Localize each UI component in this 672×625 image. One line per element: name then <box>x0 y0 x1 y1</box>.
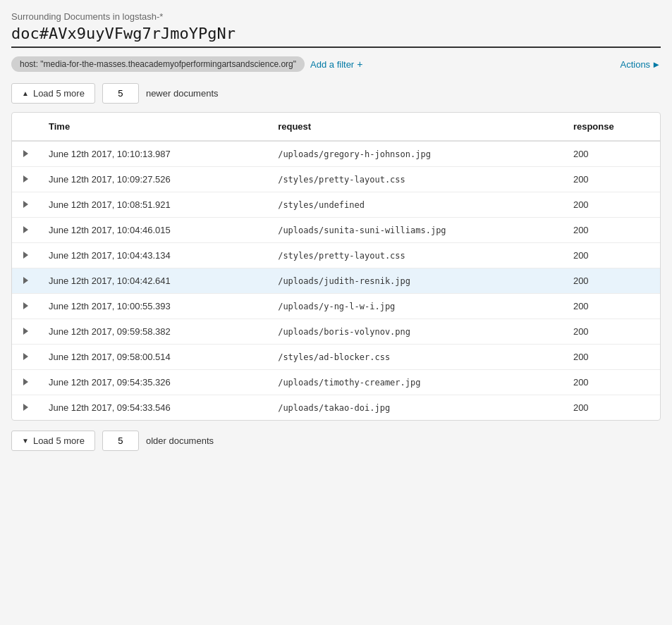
expand-cell[interactable] <box>12 218 37 243</box>
expand-icon[interactable] <box>23 378 28 385</box>
older-count-input[interactable] <box>102 431 139 451</box>
time-cell: June 12th 2017, 10:04:42.641 <box>37 268 267 294</box>
older-suffix: older documents <box>146 435 214 446</box>
response-cell: 200 <box>562 370 660 395</box>
response-cell: 200 <box>562 243 660 268</box>
expand-cell[interactable] <box>12 243 37 268</box>
expand-cell[interactable] <box>12 294 37 319</box>
time-cell: June 12th 2017, 10:00:55.393 <box>37 294 267 319</box>
response-cell: 200 <box>562 192 660 218</box>
time-cell: June 12th 2017, 10:09:27.526 <box>37 167 267 192</box>
expand-cell[interactable] <box>12 141 37 167</box>
request-cell: /uploads/gregory-h-johnson.jpg <box>267 141 562 167</box>
response-cell: 200 <box>562 345 660 370</box>
add-filter-button[interactable]: Add a filter + <box>310 58 362 70</box>
request-cell: /uploads/boris-volynov.png <box>267 319 562 345</box>
load-older-bar: ▼ Load 5 more older documents <box>11 431 661 451</box>
load-newer-label: Load 5 more <box>33 88 85 99</box>
filter-pill[interactable]: host: "media-for-the-masses.theacademyof… <box>11 56 305 72</box>
load-older-label: Load 5 more <box>33 435 85 446</box>
page-container: Surrounding Documents in logstash-* doc#… <box>11 11 661 451</box>
newer-count-input[interactable] <box>102 83 139 104</box>
expand-cell[interactable] <box>12 268 37 294</box>
expand-cell[interactable] <box>12 370 37 395</box>
response-cell: 200 <box>562 167 660 192</box>
table-row[interactable]: June 12th 2017, 10:10:13.987/uploads/gre… <box>12 141 660 167</box>
load-newer-button[interactable]: ▲ Load 5 more <box>11 83 95 104</box>
expand-icon[interactable] <box>23 404 28 411</box>
down-arrow-icon: ▼ <box>22 437 29 445</box>
actions-label: Actions <box>620 59 650 70</box>
expand-icon[interactable] <box>23 302 28 309</box>
time-cell: June 12th 2017, 09:58:00.514 <box>37 345 267 370</box>
response-cell: 200 <box>562 141 660 167</box>
expand-icon[interactable] <box>23 150 28 157</box>
request-col-header: request <box>267 113 562 141</box>
plus-icon: + <box>357 58 362 70</box>
expand-icon[interactable] <box>23 328 28 335</box>
response-cell: 200 <box>562 218 660 243</box>
table-header-row: Time request response <box>12 113 660 141</box>
request-cell: /styles/pretty-layout.css <box>267 167 562 192</box>
response-cell: 200 <box>562 395 660 421</box>
table-row[interactable]: June 12th 2017, 10:04:43.134/styles/pret… <box>12 243 660 268</box>
time-cell: June 12th 2017, 10:10:13.987 <box>37 141 267 167</box>
time-cell: June 12th 2017, 10:08:51.921 <box>37 192 267 218</box>
request-cell: /uploads/judith-resnik.jpg <box>267 268 562 294</box>
time-cell: June 12th 2017, 09:54:33.546 <box>37 395 267 421</box>
expand-icon[interactable] <box>23 277 28 284</box>
documents-table: Time request response June 12th 2017, 10… <box>12 113 660 420</box>
request-cell: /uploads/y-ng-l-w-i.jpg <box>267 294 562 319</box>
load-newer-bar: ▲ Load 5 more newer documents <box>11 83 661 104</box>
table-row[interactable]: June 12th 2017, 09:59:58.382/uploads/bor… <box>12 319 660 345</box>
table-row[interactable]: June 12th 2017, 09:54:33.546/uploads/tak… <box>12 395 660 421</box>
time-col-header: Time <box>37 113 267 141</box>
table-row[interactable]: June 12th 2017, 10:08:51.921/styles/unde… <box>12 192 660 218</box>
request-cell: /styles/undefined <box>267 192 562 218</box>
response-cell: 200 <box>562 268 660 294</box>
expand-icon[interactable] <box>23 353 28 360</box>
time-cell: June 12th 2017, 09:54:35.326 <box>37 370 267 395</box>
time-cell: June 12th 2017, 10:04:46.015 <box>37 218 267 243</box>
table-row[interactable]: June 12th 2017, 09:58:00.514/styles/ad-b… <box>12 345 660 370</box>
actions-chevron-icon: ► <box>652 59 661 70</box>
up-arrow-icon: ▲ <box>22 89 29 97</box>
request-cell: /uploads/sunita-suni-williams.jpg <box>267 218 562 243</box>
expand-cell[interactable] <box>12 192 37 218</box>
doc-id: doc#AVx9uyVFwg7rJmoYPgNr <box>11 25 661 48</box>
request-cell: /styles/pretty-layout.css <box>267 243 562 268</box>
table-row[interactable]: June 12th 2017, 10:09:27.526/styles/pret… <box>12 167 660 192</box>
time-cell: June 12th 2017, 10:04:43.134 <box>37 243 267 268</box>
request-cell: /uploads/timothy-creamer.jpg <box>267 370 562 395</box>
table-row[interactable]: June 12th 2017, 10:00:55.393/uploads/y-n… <box>12 294 660 319</box>
actions-button[interactable]: Actions ► <box>620 59 661 70</box>
expand-cell[interactable] <box>12 319 37 345</box>
filter-bar: host: "media-for-the-masses.theacademyof… <box>11 56 661 72</box>
expand-icon[interactable] <box>23 175 28 182</box>
load-older-button[interactable]: ▼ Load 5 more <box>11 431 95 451</box>
newer-suffix: newer documents <box>146 88 219 99</box>
table-row[interactable]: June 12th 2017, 10:04:42.641/uploads/jud… <box>12 268 660 294</box>
response-cell: 200 <box>562 319 660 345</box>
table-row[interactable]: June 12th 2017, 10:04:46.015/uploads/sun… <box>12 218 660 243</box>
expand-col-header <box>12 113 37 141</box>
table-row[interactable]: June 12th 2017, 09:54:35.326/uploads/tim… <box>12 370 660 395</box>
expand-icon[interactable] <box>23 252 28 259</box>
expand-cell[interactable] <box>12 345 37 370</box>
surrounding-title: Surrounding Documents in logstash-* <box>11 11 661 22</box>
request-cell: /uploads/takao-doi.jpg <box>267 395 562 421</box>
expand-icon[interactable] <box>23 201 28 208</box>
response-col-header: response <box>562 113 660 141</box>
response-cell: 200 <box>562 294 660 319</box>
documents-table-container: Time request response June 12th 2017, 10… <box>11 112 661 421</box>
add-filter-label: Add a filter <box>310 59 354 70</box>
expand-cell[interactable] <box>12 167 37 192</box>
request-cell: /styles/ad-blocker.css <box>267 345 562 370</box>
time-cell: June 12th 2017, 09:59:58.382 <box>37 319 267 345</box>
filter-left: host: "media-for-the-masses.theacademyof… <box>11 56 362 72</box>
expand-cell[interactable] <box>12 395 37 421</box>
expand-icon[interactable] <box>23 226 28 233</box>
